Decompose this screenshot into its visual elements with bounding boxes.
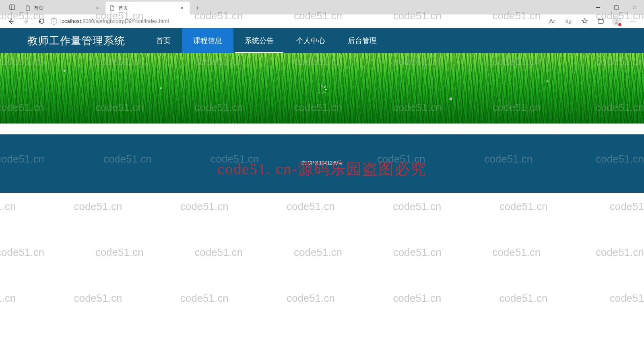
address-bar: i localhost:8080/springbootrpj39/front/i… [0, 14, 644, 28]
more-icon[interactable]: ⋯ [626, 15, 639, 27]
page-footer: 京ICP备1041289号 [0, 134, 644, 193]
url-field[interactable]: i localhost:8080/springbootrpj39/front/i… [51, 18, 543, 25]
forward-icon[interactable] [20, 15, 32, 27]
hero-banner [0, 53, 644, 124]
site-logo: 教师工作量管理系统 [0, 28, 145, 53]
nav-item-admin[interactable]: 后台管理 [336, 28, 388, 53]
nav-item-home[interactable]: 首页 [145, 28, 182, 53]
profile-avatar[interactable] [610, 15, 623, 27]
url-host: localhost [60, 18, 81, 24]
svg-text:あ: あ [568, 19, 572, 24]
url-path: /springbootrpj39/front/index.html [94, 18, 169, 24]
svg-rect-20 [317, 89, 319, 90]
collections-icon[interactable] [594, 15, 607, 27]
page-icon [25, 5, 31, 11]
maximize-icon[interactable] [607, 0, 625, 14]
watermark-row: code51.cncode51.cncode51.cncode51.cncode… [0, 246, 644, 259]
back-icon[interactable] [5, 15, 17, 27]
svg-rect-17 [324, 91, 326, 93]
content-gap [0, 124, 644, 134]
watermark-row: 1.cncode51.cncode51.cncode51.cncode51.cn… [0, 292, 644, 305]
svg-rect-18 [322, 93, 322, 95]
loading-spinner-icon [317, 84, 327, 95]
tab-inactive[interactable]: 首页 × [21, 2, 105, 14]
url-port: :8080 [81, 18, 94, 24]
svg-rect-0 [10, 5, 14, 10]
svg-rect-3 [615, 6, 618, 9]
svg-rect-10 [598, 19, 603, 23]
translate-icon[interactable]: aあ [562, 15, 575, 27]
svg-rect-14 [322, 85, 322, 87]
icp-text: 京ICP备1041289号 [301, 160, 343, 167]
nav-item-courses[interactable]: 课程信息 [182, 28, 233, 53]
svg-rect-16 [325, 89, 327, 90]
close-icon[interactable]: × [178, 5, 186, 11]
tab-actions-icon[interactable] [3, 0, 21, 14]
svg-rect-15 [324, 86, 326, 88]
close-icon[interactable]: × [94, 5, 101, 11]
tab-title: 首页 [34, 5, 91, 12]
read-aloud-icon[interactable]: A)) [546, 15, 559, 27]
svg-rect-21 [318, 86, 320, 88]
tab-title: 首页 [118, 5, 175, 12]
nav-item-profile[interactable]: 个人中心 [285, 28, 336, 53]
nav-item-announcements[interactable]: 系统公告 [233, 28, 285, 53]
favorites-icon[interactable] [578, 15, 591, 27]
main-nav: 教师工作量管理系统 首页 课程信息 系统公告 个人中心 后台管理 [0, 28, 644, 53]
window-controls [588, 0, 644, 14]
svg-rect-19 [318, 91, 320, 93]
site-info-icon[interactable]: i [51, 18, 57, 25]
close-window-icon[interactable] [625, 0, 644, 14]
new-tab-button[interactable]: + [190, 2, 204, 14]
svg-text:a: a [566, 19, 568, 23]
browser-titlebar: 首页 × 首页 × + [0, 0, 644, 14]
svg-point-13 [616, 19, 618, 21]
page-icon [109, 5, 115, 11]
watermark-row: 1.cncode51.cncode51.cncode51.cncode51.cn… [0, 200, 644, 213]
tab-active[interactable]: 首页 × [105, 2, 190, 14]
minimize-icon[interactable] [588, 0, 607, 14]
reload-icon[interactable] [35, 15, 47, 27]
